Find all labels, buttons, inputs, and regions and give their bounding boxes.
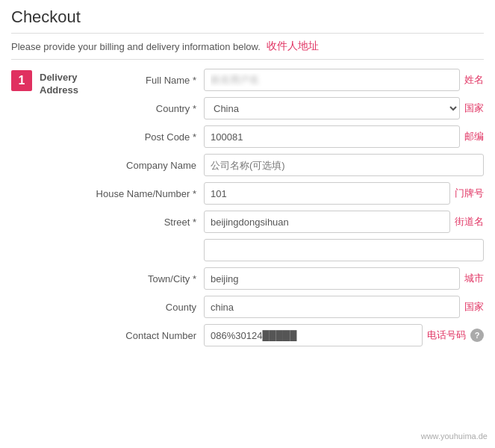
full-name-label: Full Name * <box>92 75 204 86</box>
post-code-input[interactable] <box>204 125 460 148</box>
company-name-input-wrap <box>204 154 484 176</box>
street-label: Street * <box>92 217 204 228</box>
delivery-section: 1 Delivery Address Full Name * 姓名 Countr… <box>11 69 484 352</box>
town-city-chinese: 城市 <box>464 272 484 285</box>
section-title: Delivery Address <box>40 72 84 97</box>
house-number-input-wrap: 门牌号 <box>204 182 484 205</box>
country-chinese: 国家 <box>464 102 484 115</box>
post-code-label: Post Code * <box>92 131 204 143</box>
company-name-row: Company Name <box>92 154 484 176</box>
county-input[interactable] <box>204 296 460 318</box>
town-city-row: Town/City * 城市 <box>92 267 484 290</box>
post-code-row: Post Code * 邮编 <box>92 125 484 148</box>
county-row: County 国家 <box>92 296 484 318</box>
street-input-wrap: 街道名 <box>204 211 484 233</box>
house-number-label: House Name/Number * <box>92 188 204 199</box>
company-name-label: Company Name <box>92 160 204 171</box>
street2-row <box>92 239 484 261</box>
street2-input-wrap <box>204 239 484 261</box>
county-label: County <box>92 302 204 313</box>
full-name-input-wrap: 姓名 <box>204 69 484 91</box>
street-chinese: 街道名 <box>455 215 484 228</box>
street-input[interactable] <box>204 211 450 233</box>
country-row: Country * China United Kingdom United St… <box>92 97 484 119</box>
step-number: 1 <box>11 70 32 91</box>
subtitle-chinese: 收件人地址 <box>267 40 319 53</box>
subtitle-text: Please provide your billing and delivery… <box>11 41 261 52</box>
form-area: Full Name * 姓名 Country * China United Ki… <box>92 69 484 352</box>
page-title: Checkout <box>11 7 484 34</box>
full-name-chinese: 姓名 <box>464 73 484 87</box>
full-name-input[interactable] <box>204 69 460 91</box>
country-select[interactable]: China United Kingdom United States Germa… <box>204 97 460 119</box>
contact-number-chinese: 电话号码 <box>427 329 466 342</box>
help-icon[interactable]: ? <box>470 329 484 342</box>
county-input-wrap: 国家 <box>204 296 484 318</box>
post-code-input-wrap: 邮编 <box>204 125 484 148</box>
house-number-chinese: 门牌号 <box>455 187 484 200</box>
country-input-wrap: China United Kingdom United States Germa… <box>204 97 484 119</box>
street-row: Street * 街道名 <box>92 211 484 233</box>
post-code-chinese: 邮编 <box>464 130 484 143</box>
house-number-row: House Name/Number * 门牌号 <box>92 182 484 205</box>
full-name-row: Full Name * 姓名 <box>92 69 484 91</box>
contact-number-input[interactable] <box>204 324 423 346</box>
subtitle-row: Please provide your billing and delivery… <box>11 40 484 60</box>
country-label: Country * <box>92 103 204 114</box>
contact-number-row: Contact Number 电话号码 ? <box>92 324 484 346</box>
town-city-input[interactable] <box>204 267 460 290</box>
watermark: www.youhuima.de <box>421 432 488 441</box>
town-city-label: Town/City * <box>92 273 204 284</box>
contact-number-input-wrap: 电话号码 ? <box>204 324 484 346</box>
county-chinese: 国家 <box>464 300 484 314</box>
page-wrapper: Checkout Please provide your billing and… <box>0 0 495 367</box>
street2-input[interactable] <box>204 239 484 261</box>
house-number-input[interactable] <box>204 182 450 205</box>
company-name-input[interactable] <box>204 154 484 176</box>
contact-number-label: Contact Number <box>92 330 204 341</box>
town-city-input-wrap: 城市 <box>204 267 484 290</box>
